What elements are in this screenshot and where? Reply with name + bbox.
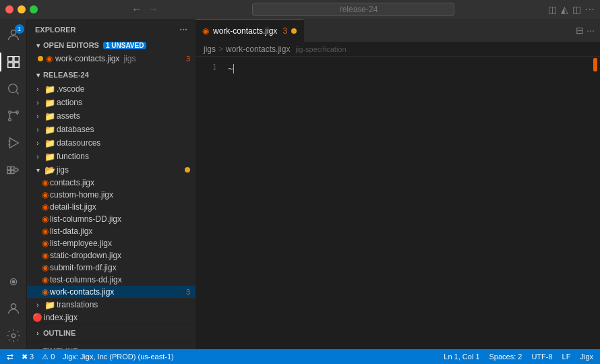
- search-input[interactable]: [252, 3, 454, 16]
- svg-rect-2: [13, 57, 18, 61]
- breadcrumb-part1[interactable]: jigs: [204, 44, 216, 54]
- minimize-button[interactable]: [18, 5, 26, 13]
- status-position[interactable]: Ln 1, Col 1: [442, 353, 481, 361]
- folder-actions-icon: 📁: [44, 98, 55, 108]
- folder-assets[interactable]: › 📁 assets: [27, 109, 196, 123]
- svg-point-14: [12, 280, 15, 283]
- folder-actions[interactable]: › 📁 actions: [27, 96, 196, 109]
- status-warnings[interactable]: ⚠ 0: [40, 353, 56, 361]
- close-button[interactable]: [5, 5, 13, 13]
- activity-item-search[interactable]: [0, 75, 27, 102]
- release-section-header[interactable]: ▾ RELEASE-24: [27, 67, 196, 82]
- functions-chevron: ›: [32, 151, 43, 162]
- svg-rect-12: [11, 166, 14, 170]
- status-encoding[interactable]: UTF-8: [530, 353, 553, 361]
- folder-databases[interactable]: › 📁 databases: [27, 123, 196, 136]
- index-file-icon: 🔴: [32, 313, 42, 322]
- detail-list-file-icon: ◉: [42, 202, 49, 212]
- folder-translations[interactable]: › 📁 translations: [27, 298, 196, 311]
- folder-functions-icon: 📁: [44, 152, 55, 162]
- test-columns-file-icon: ◉: [42, 275, 49, 284]
- status-spaces[interactable]: Spaces: 2: [488, 353, 524, 361]
- file-list-data[interactable]: ◉ list-data.jigx: [27, 225, 196, 237]
- folder-datasources[interactable]: › 📁 datasources: [27, 136, 196, 150]
- open-editor-folder: jigs: [123, 54, 136, 63]
- open-editor-filename: work-contacts.jigx: [55, 54, 119, 63]
- editor-area: ◉ work-contacts.jigx 3 ⊟ ··· jigs > work…: [196, 19, 600, 349]
- tilde-char: ~: [228, 63, 233, 73]
- layout2-icon[interactable]: ◭: [561, 4, 568, 15]
- static-dropdown-file-icon: ◉: [42, 251, 49, 260]
- code-editor[interactable]: ~: [222, 57, 600, 349]
- detail-list-file-label: detail-list.jigx: [50, 202, 96, 212]
- file-work-contacts[interactable]: ◉ work-contacts.jigx 3: [27, 286, 196, 298]
- tab-ellipsis-icon[interactable]: ···: [587, 25, 595, 36]
- activity-item-run[interactable]: [0, 129, 27, 156]
- statusbar-left: ⇄ ✖ 3 ⚠ 0 Jigx: Jigx, Inc (PROD) (us-eas…: [5, 352, 175, 361]
- folder-functions[interactable]: › 📁 functions: [27, 150, 196, 163]
- layout1-icon[interactable]: ◫: [548, 4, 557, 15]
- status-jigx-info[interactable]: Jigx: Jigx, Inc (PROD) (us-east-1): [61, 353, 175, 361]
- file-submit-form[interactable]: ◉ submit-form-df.jigx: [27, 262, 196, 274]
- svg-rect-3: [7, 63, 12, 67]
- layout3-icon[interactable]: ◫: [572, 4, 581, 15]
- open-editor-item[interactable]: ◉ work-contacts.jigx jigs 3: [27, 53, 196, 65]
- folder-vscode-label: .vscode: [57, 84, 84, 94]
- activity-item-extensions[interactable]: [0, 156, 27, 183]
- back-button[interactable]: ←: [131, 3, 142, 16]
- file-index[interactable]: 🔴 index.jigx: [27, 311, 196, 324]
- file-static-dropdown[interactable]: ◉ static-dropdown.jigx: [27, 249, 196, 262]
- assets-chevron: ›: [32, 111, 43, 121]
- breadcrumb-part2[interactable]: work-contacts.jigx: [226, 44, 290, 54]
- list-columns-dd-file-icon: ◉: [42, 214, 49, 224]
- split-editor-icon[interactable]: ⊟: [576, 25, 584, 36]
- more-icon[interactable]: ⋯: [585, 4, 595, 15]
- account-badge: 1: [15, 24, 24, 34]
- tab-work-contacts[interactable]: ◉ work-contacts.jigx 3: [196, 19, 304, 42]
- file-contacts[interactable]: ◉ contacts.jigx: [27, 177, 196, 189]
- folder-datasources-icon: 📁: [44, 138, 55, 148]
- folder-assets-icon: 📁: [44, 111, 55, 121]
- outline-header[interactable]: › OUTLINE: [27, 326, 196, 340]
- file-list-employee[interactable]: ◉ list-employee.jigx: [27, 237, 196, 249]
- maximize-button[interactable]: [30, 5, 38, 13]
- jigx-info-label: Jigx: Jigx, Inc (PROD) (us-east-1): [63, 353, 173, 361]
- nav-controls: ← →: [131, 3, 158, 16]
- svg-point-16: [11, 334, 16, 338]
- databases-chevron: ›: [32, 124, 43, 135]
- file-test-columns[interactable]: ◉ test-columns-dd.jigx: [27, 274, 196, 286]
- open-editors-section[interactable]: ▾ OPEN EDITORS 1 unsaved: [27, 38, 196, 53]
- folder-jigs[interactable]: ▾ 📂 jigs: [27, 163, 196, 177]
- activity-item-account[interactable]: 1: [0, 22, 27, 49]
- file-custom-home[interactable]: ◉ custom-home.jigx: [27, 189, 196, 201]
- scrollbar-right[interactable]: [591, 57, 600, 349]
- status-language[interactable]: Jigx: [578, 353, 595, 361]
- list-data-file-icon: ◉: [42, 226, 49, 236]
- activity-item-jigx[interactable]: [0, 268, 27, 295]
- submit-form-file-icon: ◉: [42, 263, 49, 272]
- breadcrumb-hint: jig-specification: [295, 45, 346, 53]
- activity-item-source-control[interactable]: [0, 102, 27, 129]
- folder-datasources-label: datasources: [57, 138, 100, 148]
- custom-home-file-label: custom-home.jigx: [50, 190, 113, 200]
- open-editors-label: OPEN EDITORS: [43, 41, 99, 49]
- activity-item-settings[interactable]: [0, 322, 27, 349]
- sidebar: EXPLORER ··· ▾ OPEN EDITORS 1 unsaved ◉ …: [27, 19, 196, 349]
- status-errors[interactable]: ✖ 3: [20, 353, 35, 361]
- activity-item-profile[interactable]: [0, 295, 27, 322]
- list-columns-dd-file-label: list-columns-DD.jigx: [50, 214, 121, 224]
- forward-button[interactable]: →: [148, 3, 158, 16]
- scrollbar-thumb: [593, 58, 597, 71]
- activity-item-explorer[interactable]: [0, 49, 27, 75]
- line-number-1: 1: [196, 62, 217, 72]
- file-detail-list[interactable]: ◉ detail-list.jigx: [27, 201, 196, 213]
- explorer-ellipsis[interactable]: ···: [179, 24, 187, 35]
- svg-rect-11: [7, 166, 10, 170]
- status-remote[interactable]: ⇄: [5, 352, 15, 361]
- timeline-header[interactable]: › TIMELINE: [27, 344, 196, 349]
- svg-rect-9: [7, 171, 10, 174]
- folder-vscode[interactable]: › 📁 .vscode: [27, 82, 196, 96]
- file-list-columns-dd[interactable]: ◉ list-columns-DD.jigx: [27, 213, 196, 225]
- folder-translations-label: translations: [57, 300, 98, 309]
- status-line-ending[interactable]: LF: [561, 353, 572, 361]
